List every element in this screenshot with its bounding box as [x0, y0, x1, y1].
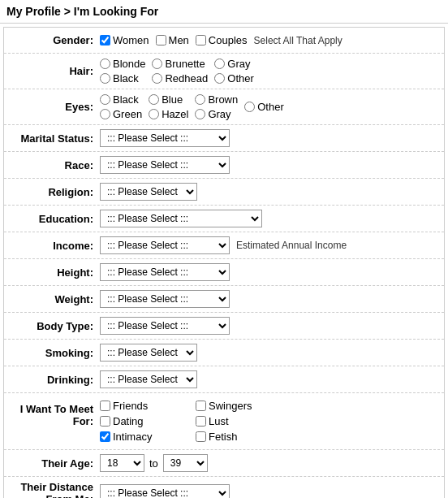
eyes-gray-radio[interactable] — [195, 109, 205, 119]
gender-women[interactable]: Women — [100, 34, 149, 46]
education-row: Education: ::: Please Select ::: — [4, 206, 444, 232]
want-to-meet-grid: Friends Swingers Dating Lust Intimacy — [100, 400, 285, 443]
smoking-content: ::: Please Select ::: — [100, 344, 437, 362]
hair-col3: Gray Other — [214, 58, 254, 84]
religion-select[interactable]: ::: Please Select ::: — [100, 183, 197, 201]
eyes-hazel[interactable]: Hazel — [149, 108, 188, 120]
marital-status-content: ::: Please Select ::: — [100, 129, 437, 147]
hair-redhead-radio[interactable] — [152, 73, 162, 84]
meet-fetish[interactable]: Fetish — [196, 431, 285, 443]
eyes-hazel-radio[interactable] — [149, 109, 159, 119]
eyes-label: Eyes: — [11, 101, 100, 113]
hair-row: Hair: Blonde Black Brunette — [4, 54, 444, 89]
height-content: ::: Please Select ::: — [100, 263, 437, 281]
hair-blonde-radio[interactable] — [100, 58, 110, 69]
weight-select[interactable]: ::: Please Select ::: — [100, 290, 230, 308]
body-type-label: Body Type: — [11, 320, 100, 332]
their-distance-content: ::: Please Select ::: — [100, 484, 437, 498]
weight-row: Weight: ::: Please Select ::: — [4, 286, 444, 313]
income-label: Income: — [11, 240, 100, 252]
smoking-label: Smoking: — [11, 347, 100, 359]
smoking-select[interactable]: ::: Please Select ::: — [100, 344, 197, 362]
gender-men[interactable]: Men — [156, 34, 189, 46]
hair-black[interactable]: Black — [100, 72, 145, 84]
race-row: Race: ::: Please Select ::: — [4, 152, 444, 179]
hair-brunette-radio[interactable] — [152, 58, 162, 69]
body-type-row: Body Type: ::: Please Select ::: — [4, 313, 444, 340]
gender-content: Women Men Couples Select All That Apply — [100, 34, 437, 46]
height-label: Height: — [11, 266, 100, 279]
hair-other-radio[interactable] — [214, 73, 225, 84]
income-select[interactable]: ::: Please Select ::: — [100, 236, 230, 254]
meet-lust-checkbox[interactable] — [196, 416, 206, 427]
want-to-meet-row: I Want To Meet For: Friends Swingers Dat… — [4, 393, 444, 450]
age-range: 18 1920 2530 3540 to 39 1819 2025 3035 4… — [100, 454, 208, 472]
race-select[interactable]: ::: Please Select ::: — [100, 156, 230, 174]
education-content: ::: Please Select ::: — [100, 210, 437, 227]
height-select[interactable]: ::: Please Select ::: — [100, 263, 230, 281]
religion-content: ::: Please Select ::: — [100, 183, 437, 201]
gender-row: Gender: Women Men Couples Select All Tha… — [4, 28, 444, 54]
their-distance-select[interactable]: ::: Please Select ::: — [100, 484, 230, 498]
meet-friends[interactable]: Friends — [100, 400, 189, 412]
race-content: ::: Please Select ::: — [100, 156, 437, 174]
meet-lust[interactable]: Lust — [196, 415, 285, 427]
eyes-blue[interactable]: Blue — [149, 93, 188, 106]
eyes-gray[interactable]: Gray — [195, 108, 238, 120]
their-distance-row: Their Distance From Me: ::: Please Selec… — [4, 477, 444, 498]
meet-dating[interactable]: Dating — [100, 415, 189, 427]
drinking-row: Drinking: ::: Please Select ::: — [4, 366, 444, 393]
their-age-content: 18 1920 2530 3540 to 39 1819 2025 3035 4… — [100, 454, 437, 472]
eyes-green-radio[interactable] — [100, 109, 110, 119]
religion-label: Religion: — [11, 186, 100, 198]
body-type-select[interactable]: ::: Please Select ::: — [100, 317, 230, 335]
smoking-row: Smoking: ::: Please Select ::: — [4, 340, 444, 366]
meet-fetish-checkbox[interactable] — [196, 431, 206, 442]
weight-label: Weight: — [11, 293, 100, 305]
meet-swingers-checkbox[interactable] — [196, 401, 206, 411]
meet-intimacy[interactable]: Intimacy — [100, 431, 189, 443]
eyes-other-radio[interactable] — [244, 102, 255, 112]
gender-couples-checkbox[interactable] — [196, 35, 206, 45]
meet-friends-checkbox[interactable] — [100, 401, 110, 411]
eyes-brown-radio[interactable] — [195, 94, 205, 105]
income-note: Estimated Annual Income — [236, 240, 347, 251]
meet-dating-checkbox[interactable] — [100, 416, 110, 427]
education-select[interactable]: ::: Please Select ::: — [100, 210, 262, 227]
drinking-select[interactable]: ::: Please Select ::: — [100, 370, 197, 388]
meet-swingers[interactable]: Swingers — [196, 400, 285, 412]
age-from-select[interactable]: 18 1920 2530 3540 — [100, 454, 144, 472]
page-title: My Profile > I'm Looking For — [0, 0, 448, 24]
religion-row: Religion: ::: Please Select ::: — [4, 179, 444, 206]
age-to-select[interactable]: 39 1819 2025 3035 4045 5099 — [163, 454, 208, 472]
hair-brunette[interactable]: Brunette — [152, 58, 208, 70]
eyes-col2: Blue Hazel — [149, 93, 188, 120]
hair-gray-radio[interactable] — [214, 58, 225, 69]
hair-other[interactable]: Other — [214, 72, 254, 84]
eyes-black[interactable]: Black — [100, 93, 142, 106]
gender-men-checkbox[interactable] — [156, 35, 166, 45]
race-label: Race: — [11, 159, 100, 171]
eyes-brown[interactable]: Brown — [195, 93, 238, 106]
marital-status-select[interactable]: ::: Please Select ::: — [100, 129, 230, 147]
hair-content: Blonde Black Brunette Redhead — [100, 58, 437, 84]
hair-col2: Brunette Redhead — [152, 58, 208, 84]
gender-couples[interactable]: Couples — [196, 34, 248, 46]
education-label: Education: — [11, 213, 100, 225]
meet-intimacy-checkbox[interactable] — [100, 431, 110, 442]
hair-gray[interactable]: Gray — [214, 58, 254, 70]
hair-blonde[interactable]: Blonde — [100, 58, 145, 70]
hair-col1: Blonde Black — [100, 58, 145, 84]
height-row: Height: ::: Please Select ::: — [4, 259, 444, 286]
eyes-black-radio[interactable] — [100, 94, 110, 105]
hair-black-radio[interactable] — [100, 73, 110, 84]
eyes-green[interactable]: Green — [100, 108, 142, 120]
their-age-row: Their Age: 18 1920 2530 3540 to 39 1819 … — [4, 450, 444, 477]
eyes-other[interactable]: Other — [244, 101, 284, 113]
gender-women-checkbox[interactable] — [100, 35, 110, 45]
gender-note: Select All That Apply — [254, 35, 342, 46]
hair-redhead[interactable]: Redhead — [152, 72, 208, 84]
eyes-blue-radio[interactable] — [149, 94, 159, 105]
income-row: Income: ::: Please Select ::: Estimated … — [4, 232, 444, 259]
eyes-row: Eyes: Black Green Blue Haze — [4, 89, 444, 125]
